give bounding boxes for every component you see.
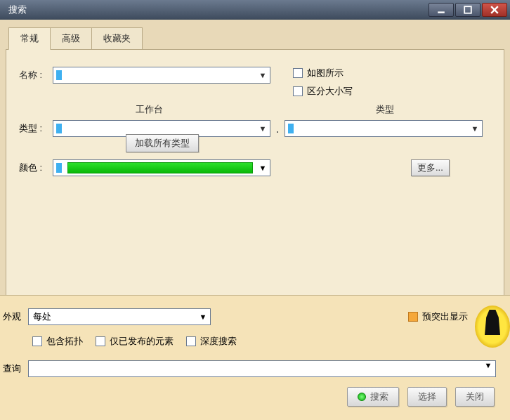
maximize-button[interactable] (455, 3, 480, 17)
mascot-icon (475, 306, 510, 348)
tab-strip: 常规 高级 收藏夹 (0, 20, 510, 49)
case-sensitive-checkbox[interactable] (293, 86, 303, 96)
highlight-checkbox[interactable] (408, 312, 418, 322)
cursor-icon (56, 124, 62, 133)
cursor-icon (56, 163, 62, 173)
window-controls (429, 3, 507, 17)
general-panel: 名称 : ▼ 如图所示 区分大小写 工作台 类型 类型 : (6, 49, 504, 316)
name-label: 名称 : (19, 69, 53, 81)
appearance-label: 外观 (0, 310, 28, 323)
include-topology-checkbox[interactable] (32, 336, 42, 346)
close-button[interactable] (482, 3, 507, 17)
query-combo[interactable]: ▼ (28, 360, 496, 377)
color-combo[interactable]: ▼ (53, 159, 270, 176)
category-combo[interactable]: ▼ (285, 120, 483, 137)
window-title: 搜索 (3, 4, 27, 16)
chevron-down-icon: ▼ (481, 361, 495, 376)
titlebar: 搜索 (0, 0, 510, 20)
close-dialog-button[interactable]: 关闭 (455, 387, 495, 407)
name-combo[interactable]: ▼ (53, 67, 270, 84)
type-label: 类型 : (19, 122, 53, 135)
category-header: 类型 (279, 103, 491, 116)
include-topology-label: 包含拓扑 (46, 335, 83, 348)
close-button-label: 关闭 (466, 391, 484, 403)
published-only-label: 仅已发布的元素 (110, 335, 174, 348)
search-button-label: 搜索 (370, 391, 388, 403)
more-button[interactable]: 更多... (411, 159, 450, 176)
select-button-label: 选择 (418, 391, 436, 403)
svg-rect-1 (464, 6, 471, 13)
search-button[interactable]: 搜索 (347, 387, 399, 407)
select-button[interactable]: 选择 (407, 387, 447, 407)
separator-dot: . (270, 124, 285, 133)
cursor-icon (56, 70, 62, 80)
appearance-combo[interactable]: 每处 ▼ (28, 308, 211, 325)
load-all-types-button[interactable]: 加载所有类型 (126, 134, 199, 152)
color-label: 颜色 : (19, 162, 53, 174)
tab-advanced[interactable]: 高级 (51, 27, 92, 50)
deep-search-label: 深度搜索 (200, 335, 237, 348)
tab-favorites[interactable]: 收藏夹 (92, 27, 143, 50)
workbench-header: 工作台 (19, 103, 279, 116)
show-as-image-label: 如图所示 (307, 67, 344, 79)
lower-panel: 外观 每处 ▼ 预突出显示 包含拓扑 仅已发布的元素 深度搜索 查询 ▼ (0, 295, 510, 420)
deep-search-checkbox[interactable] (186, 336, 196, 346)
minimize-button[interactable] (429, 3, 454, 17)
published-only-checkbox[interactable] (96, 336, 105, 346)
appearance-value: 每处 (29, 310, 196, 323)
case-sensitive-label: 区分大小写 (307, 85, 353, 98)
cursor-icon (288, 124, 294, 133)
led-icon (358, 393, 366, 401)
chevron-down-icon: ▼ (256, 71, 270, 79)
color-swatch (67, 162, 253, 173)
chevron-down-icon: ▼ (196, 313, 210, 321)
tab-general[interactable]: 常规 (8, 27, 51, 50)
show-as-image-checkbox[interactable] (293, 68, 303, 78)
chevron-down-icon: ▼ (468, 124, 482, 133)
highlight-label: 预突出显示 (422, 310, 468, 323)
chevron-down-icon: ▼ (256, 124, 270, 133)
query-value (29, 361, 481, 376)
query-label: 查询 (0, 362, 28, 375)
chevron-down-icon: ▼ (256, 164, 270, 172)
